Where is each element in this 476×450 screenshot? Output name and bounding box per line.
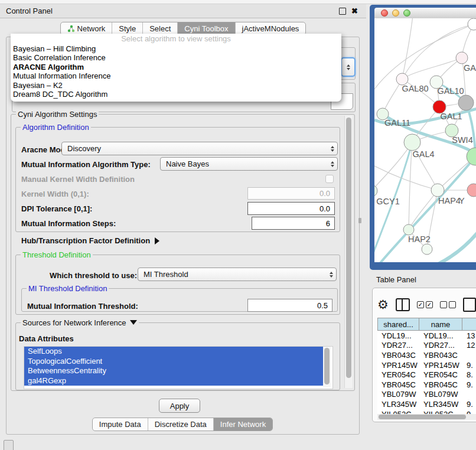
list-item[interactable]: SelfLoops xyxy=(24,347,323,357)
list-item[interactable]: TopologicalCoefficient xyxy=(24,357,323,367)
table-mode-icon[interactable] xyxy=(463,298,476,312)
tab-label: Cyni Toolbox xyxy=(184,22,228,35)
network-view-window[interactable]: GAL7GAL80GAL10GAL1GAL11SWI4GAL4GCY1HAP4Y… xyxy=(370,5,476,270)
table-cell: YBR043C xyxy=(377,351,419,360)
table-header-cell[interactable]: name xyxy=(419,318,462,331)
network-edge[interactable] xyxy=(432,225,476,262)
tab-impute-data[interactable]: Impute Data xyxy=(93,418,148,431)
attr-list-scrollbar[interactable] xyxy=(323,347,331,387)
aracne-mode-combo[interactable]: Discovery xyxy=(61,142,338,155)
settings-scrollbar[interactable] xyxy=(344,116,353,388)
list-item[interactable]: BetweennessCentrality xyxy=(24,366,323,376)
table-hscrollbar-thumb[interactable] xyxy=(379,415,466,419)
network-node-gal4[interactable] xyxy=(404,134,420,151)
network-node-hap2[interactable] xyxy=(403,224,414,235)
table-cell: YPR145W xyxy=(419,361,462,370)
minimized-panel-icon[interactable] xyxy=(4,440,14,450)
list-item[interactable]: gal4RGexp xyxy=(24,376,323,386)
tab-infer-network[interactable]: Infer Network xyxy=(213,418,272,431)
network-canvas[interactable]: GAL7GAL80GAL10GAL1GAL11SWI4GAL4GCY1HAP4Y… xyxy=(374,18,476,262)
table-header-row: shared...name xyxy=(377,318,476,331)
mi-type-combo[interactable]: Naive Bayes xyxy=(160,157,338,171)
zoom-window-icon[interactable] xyxy=(403,9,410,17)
network-node-gal7[interactable] xyxy=(456,52,468,64)
table-cell: YER054C xyxy=(377,370,419,379)
network-node-hap4[interactable] xyxy=(431,184,444,197)
network-edge[interactable] xyxy=(402,58,462,79)
tab-select[interactable]: Select xyxy=(142,22,177,35)
tab-cyni-toolbox[interactable]: Cyni Toolbox xyxy=(177,22,234,35)
node-table: shared...nameYDL19...YDL19...13YDR27...Y… xyxy=(377,318,476,419)
tab-label: Network xyxy=(77,22,106,35)
select-all-checks-icon[interactable]: ✓✓ xyxy=(417,301,433,308)
columns-icon[interactable] xyxy=(396,298,410,311)
dropdown-item[interactable]: ARACNE Algorithm xyxy=(11,63,341,71)
minimize-window-icon[interactable] xyxy=(392,9,399,17)
network-edge[interactable] xyxy=(374,142,412,191)
dropdown-item[interactable]: Bayesian – Hill Climbing xyxy=(11,44,341,53)
kernel-width-field[interactable]: 0.0 xyxy=(247,187,335,200)
algorithm-dropdown-placeholder: Select algorithm to view settings xyxy=(11,34,341,44)
tab-discretize-data[interactable]: Discretize Data xyxy=(148,418,213,431)
table-row[interactable]: YER054CYER054C8. xyxy=(377,370,476,380)
sources-title[interactable]: Sources for Network Inference xyxy=(21,318,139,327)
table-cell: YDL19... xyxy=(377,331,419,340)
node-label-gal7: GAL7 xyxy=(464,63,476,73)
network-graph: GAL7GAL80GAL10GAL1GAL11SWI4GAL4GCY1HAP4Y… xyxy=(374,18,476,262)
table-hscrollbar[interactable] xyxy=(377,414,476,420)
network-edge[interactable] xyxy=(374,166,438,190)
dpi-tolerance-field[interactable]: 0.0 xyxy=(247,202,335,215)
close-panel-icon[interactable]: ✖ xyxy=(351,8,358,14)
network-node-gal80[interactable] xyxy=(396,73,408,85)
manual-kernel-checkbox[interactable] xyxy=(325,175,334,183)
hub-definition-toggle[interactable]: Hub/Transcription Factor Definition xyxy=(21,236,159,245)
table-cell: YBL079W xyxy=(419,390,462,399)
table-row[interactable]: YDR27...YDR27...12 xyxy=(377,341,476,351)
combo-spinner-icon xyxy=(330,272,333,278)
gear-icon[interactable]: ⚙ xyxy=(377,299,389,311)
collapsed-arrow-icon xyxy=(155,237,159,244)
mi-steps-field[interactable]: 6 xyxy=(252,217,335,230)
tab-style[interactable]: Style xyxy=(112,22,142,35)
table-cell: YBL079W xyxy=(377,390,419,399)
dropdown-item[interactable]: Mutual Information Inference xyxy=(11,71,341,80)
table-cell: YDR27... xyxy=(419,341,462,350)
deselect-all-checks-icon[interactable] xyxy=(440,301,456,308)
tab-jactivemnodules[interactable]: jActiveMNodules xyxy=(235,22,306,35)
table-header-cell[interactable] xyxy=(462,318,476,331)
split-divider-grip[interactable] xyxy=(358,218,361,223)
dropdown-item[interactable]: Bayesian – K2 xyxy=(11,81,341,90)
network-window-titlebar[interactable] xyxy=(374,8,476,18)
data-attributes-list[interactable]: SelfLoopsTopologicalCoefficientBetweenne… xyxy=(24,346,333,389)
mi-threshold-field[interactable]: 0.5 xyxy=(247,299,332,312)
table-row[interactable]: YBL079WYBL079W xyxy=(377,390,476,400)
table-cell: YER054C xyxy=(419,370,462,379)
network-node[interactable] xyxy=(422,244,432,255)
algorithm-combo-spinner[interactable] xyxy=(341,57,356,77)
table-row[interactable]: YPR145WYPR145W9. xyxy=(377,360,476,370)
table-row[interactable]: YLR345WYLR345W9. xyxy=(377,399,476,409)
network-node[interactable] xyxy=(458,95,474,110)
table-cell: 8. xyxy=(462,370,476,379)
network-icon xyxy=(67,25,75,32)
float-panel-icon[interactable] xyxy=(339,8,346,15)
dropdown-item[interactable]: Dream8 DC_TDC Algorithm xyxy=(11,90,341,99)
settings-scrollbar-thumb[interactable] xyxy=(346,118,351,378)
table-row[interactable]: YBR045CYBR045C9. xyxy=(377,380,476,390)
tab-network[interactable]: Network xyxy=(61,22,112,35)
network-node-y[interactable] xyxy=(467,184,476,197)
network-node[interactable] xyxy=(468,18,476,30)
table-row[interactable]: YBR043CYBR043C xyxy=(377,350,476,360)
table-row[interactable]: YDL19...YDL19...13 xyxy=(377,331,476,341)
node-label-swi4: SWI4 xyxy=(452,135,472,145)
node-label-y: Y xyxy=(459,196,465,206)
close-window-icon[interactable] xyxy=(381,9,388,17)
network-edge[interactable] xyxy=(409,190,438,230)
table-header-cell[interactable]: shared... xyxy=(377,318,419,331)
table-cell: 9. xyxy=(462,361,476,370)
which-threshold-combo[interactable]: MI Threshold xyxy=(138,268,337,281)
attr-list-scrollbar-thumb[interactable] xyxy=(324,348,330,384)
network-node-gcy1[interactable] xyxy=(374,185,377,197)
dropdown-item[interactable]: Basic Correlation Inference xyxy=(11,53,341,62)
apply-button[interactable]: Apply xyxy=(159,399,200,413)
